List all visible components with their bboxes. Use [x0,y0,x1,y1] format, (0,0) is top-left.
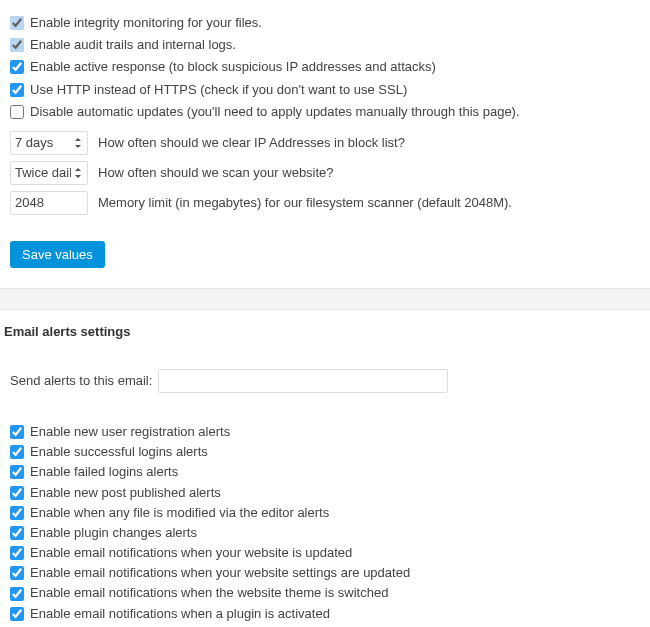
scan-frequency-select[interactable]: Twice daily [10,161,88,185]
opt-active-response-label: Enable active response (to block suspici… [30,58,436,76]
save-button[interactable]: Save values [10,241,105,268]
alert-website-updated-label: Enable email notifications when your web… [30,544,352,562]
alert-success-login-checkbox[interactable] [10,445,24,459]
alert-website-updated-checkbox[interactable] [10,546,24,560]
alert-plugin-activated-label: Enable email notifications when a plugin… [30,605,330,623]
general-settings-section: Enable integrity monitoring for your fil… [0,0,650,282]
alert-new-post-label: Enable new post published alerts [30,484,221,502]
opt-use-http-label: Use HTTP instead of HTTPS (check if you … [30,81,407,99]
alerts-section-header: Email alerts settings [0,324,650,345]
alert-plugin-changes-checkbox[interactable] [10,526,24,540]
opt-use-http-checkbox[interactable] [10,83,24,97]
alert-failed-login-checkbox[interactable] [10,465,24,479]
alert-new-post-checkbox[interactable] [10,486,24,500]
alert-plugin-changes-label: Enable plugin changes alerts [30,524,197,542]
alert-theme-switched-label: Enable email notifications when the webs… [30,584,388,602]
alert-file-modified-checkbox[interactable] [10,506,24,520]
email-label: Send alerts to this email: [10,373,152,388]
alert-options-list: Enable new user registration alertsEnabl… [10,423,640,627]
opt-integrity-monitoring-label: Enable integrity monitoring for your fil… [30,14,262,32]
memory-limit-input[interactable] [10,191,88,215]
clear-ip-select[interactable]: 7 days [10,131,88,155]
opt-audit-trails-checkbox [10,38,24,52]
alert-failed-login-row: Enable failed logins alerts [10,463,640,481]
controls-block: 7 days How often should we clear IP Addr… [10,131,640,215]
opt-audit-trails-label: Enable audit trails and internal logs. [30,36,236,54]
opt-integrity-monitoring-row: Enable integrity monitoring for your fil… [10,14,640,32]
opt-active-response-row: Enable active response (to block suspici… [10,58,640,76]
alert-theme-switched-checkbox[interactable] [10,587,24,601]
opt-disable-updates-label: Disable automatic updates (you'll need t… [30,103,520,121]
clear-ip-label: How often should we clear IP Addresses i… [98,135,405,150]
opt-disable-updates-checkbox[interactable] [10,105,24,119]
memory-row: Memory limit (in megabytes) for our file… [10,191,640,215]
clear-ip-row: 7 days How often should we clear IP Addr… [10,131,640,155]
opt-use-http-row: Use HTTP instead of HTTPS (check if you … [10,81,640,99]
alert-theme-switched-row: Enable email notifications when the webs… [10,584,640,602]
alert-settings-updated-checkbox[interactable] [10,566,24,580]
opt-integrity-monitoring-checkbox [10,16,24,30]
scan-label: How often should we scan your website? [98,165,334,180]
alert-file-modified-label: Enable when any file is modified via the… [30,504,329,522]
email-input-row: Send alerts to this email: [10,369,640,393]
alert-success-login-label: Enable successful logins alerts [30,443,208,461]
opt-audit-trails-row: Enable audit trails and internal logs. [10,36,640,54]
alert-success-login-row: Enable successful logins alerts [10,443,640,461]
scan-row: Twice daily How often should we scan you… [10,161,640,185]
email-alerts-section: Send alerts to this email: Enable new us… [0,345,650,627]
alert-email-input[interactable] [158,369,448,393]
section-divider [0,288,650,310]
alert-plugin-activated-row: Enable email notifications when a plugin… [10,605,640,623]
alert-settings-updated-label: Enable email notifications when your web… [30,564,410,582]
alert-new-user-row: Enable new user registration alerts [10,423,640,441]
alert-new-post-row: Enable new post published alerts [10,484,640,502]
alert-new-user-checkbox[interactable] [10,425,24,439]
alert-plugin-changes-row: Enable plugin changes alerts [10,524,640,542]
memory-label: Memory limit (in megabytes) for our file… [98,195,512,210]
alert-plugin-activated-checkbox[interactable] [10,607,24,621]
alert-website-updated-row: Enable email notifications when your web… [10,544,640,562]
opt-active-response-checkbox[interactable] [10,60,24,74]
top-options-list: Enable integrity monitoring for your fil… [10,14,640,121]
alert-failed-login-label: Enable failed logins alerts [30,463,178,481]
opt-disable-updates-row: Disable automatic updates (you'll need t… [10,103,640,121]
alert-file-modified-row: Enable when any file is modified via the… [10,504,640,522]
alert-new-user-label: Enable new user registration alerts [30,423,230,441]
alert-settings-updated-row: Enable email notifications when your web… [10,564,640,582]
